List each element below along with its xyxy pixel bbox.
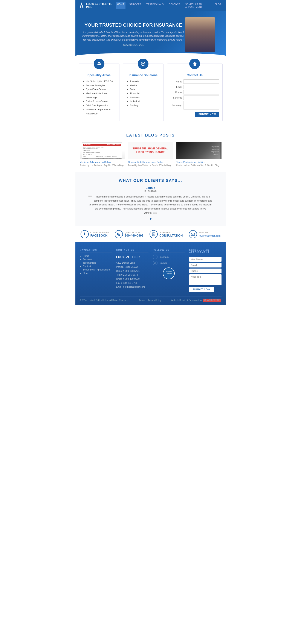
footer-facebook-link[interactable]: f Facebook	[153, 254, 185, 259]
footer-contact-fax: Fax # 800-460-7766	[116, 281, 148, 285]
footer-contact-city: Parker, Texas 75002	[116, 265, 148, 269]
footer-message-input[interactable]	[189, 274, 221, 285]
hero-content: YOUR TRUSTED CHOICE FOR INSURANCE "I org…	[82, 22, 185, 47]
footer-nav-blog[interactable]: Blog	[83, 272, 88, 274]
logo[interactable]: LOUIS J.ZETTLER III, INC.,	[79, 2, 116, 9]
footer-dev: Website Desgin & Developed by CI WEB GRO…	[171, 298, 221, 302]
svg-marker-0	[80, 2, 83, 8]
blog-post-2-meta: Posted by Lou Zettler on Sep 9, 2014 in …	[128, 164, 173, 166]
footer-schedule-col: SCHEDULE AN APPOINTMENT SUBMIT NOW	[189, 249, 221, 292]
footer-nav-home[interactable]: Home	[83, 254, 89, 257]
negligence-words: Negligencenegligencenegligencemillion...	[210, 145, 219, 156]
contact-card: Contact Us Name Email Phone Services	[167, 64, 223, 121]
footer-follow-col: FOLLOW US f Facebook in Linkedin Trusted…	[153, 249, 185, 292]
phone-input[interactable]	[183, 90, 219, 94]
cta-email[interactable]: Email me lou@louzettler.com	[189, 230, 220, 238]
list-item: Business	[130, 96, 160, 100]
footer-privacy-link[interactable]: Privacy Policy	[148, 299, 161, 302]
list-item: Claim & Loss Control	[86, 100, 116, 104]
nav-home[interactable]: HOME	[116, 2, 125, 9]
name-row: Name	[170, 80, 219, 84]
speciality-title: Speciality Areas	[82, 74, 116, 77]
cta-email-link[interactable]: lou@louzettler.com	[199, 234, 220, 237]
blog-post-1-link[interactable]: Medicare Advantage in Dallas	[80, 161, 125, 163]
footer-nav-list: Home Services Testimonials Contact Sched…	[80, 254, 112, 274]
testimonial-company: In The Black	[82, 190, 219, 192]
message-input[interactable]	[183, 101, 219, 110]
clipboard-icon	[150, 230, 158, 238]
footer-submit-button[interactable]: SUBMIT NOW	[189, 287, 214, 292]
cta-consultation[interactable]: Schedule a CONSULTATION	[150, 230, 183, 238]
nav-services[interactable]: SERVICES	[128, 2, 142, 9]
speciality-card: Speciality Areas NonSubscription TX & OK…	[79, 64, 120, 121]
services-row: Services	[170, 96, 219, 100]
trusted-choice-logo: TrustedChoice®	[163, 268, 175, 279]
speciality-list: NonSubscription TX & OK Boomer Strategie…	[82, 80, 116, 116]
list-item: Medicare / Medicare Advantage	[86, 92, 116, 100]
contact-icon	[189, 58, 200, 69]
footer-terms-link[interactable]: Terms	[139, 299, 145, 302]
svg-rect-10	[152, 233, 155, 236]
blog-posts: MEDICAREHEALTH INSURANCE 1-800-MEDICARE …	[80, 142, 221, 166]
cta-bar: Connect with us on FACEBOOK Questions? C…	[75, 226, 226, 242]
footer-name-input[interactable]	[189, 257, 221, 262]
cta-phone[interactable]: Questions? Call 800-460-0999	[115, 230, 143, 238]
footer-nav-services[interactable]: Services	[83, 258, 92, 260]
list-item: Health	[130, 84, 160, 88]
hero-image	[185, 18, 219, 52]
footer-phone-input[interactable]	[189, 268, 221, 273]
testimonials-section: WHAT OUR CLIENTS SAYS... Lana Z In The B…	[75, 172, 226, 226]
cards-section: Speciality Areas NonSubscription TX & OK…	[75, 59, 226, 128]
facebook-icon	[81, 230, 89, 238]
nav-blog[interactable]: BLOG	[213, 2, 223, 9]
footer: NAVIGATION Home Services Testimonials Co…	[75, 242, 226, 305]
footer-contact-col: CONTACT US LOUIS ZETTLER 4202 Donna Lane…	[116, 249, 148, 292]
dot-1[interactable]	[150, 218, 151, 220]
footer-nav-contact[interactable]: Contact	[83, 265, 91, 268]
footer-nav-schedule[interactable]: Schedule An Appointment	[83, 268, 110, 271]
hero-quote: "I organize risk, which is quite differe…	[82, 30, 185, 42]
blog-post-1: MEDICAREHEALTH INSURANCE 1-800-MEDICARE …	[80, 142, 125, 166]
speciality-icon	[94, 58, 104, 69]
blog-title: LATEST BLOG POSTS	[80, 133, 221, 138]
nav-testimonials[interactable]: TESTIMONIALS	[145, 2, 165, 9]
blog-post-3-meta: Posted by Lou Zettler on Sep 5, 2014 in …	[176, 164, 221, 166]
blog-thumb-medicare: MEDICAREHEALTH INSURANCE 1-800-MEDICARE …	[80, 142, 125, 159]
footer-email-input[interactable]	[189, 263, 221, 268]
cta-consultation-value: CONSULTATION	[159, 234, 183, 237]
footer-facebook-label: Facebook	[159, 256, 169, 258]
footer-nav-testimonials[interactable]: Testimonials	[83, 262, 96, 264]
services-input[interactable]	[183, 96, 219, 100]
blog-post-2-link[interactable]: General Liability Insurance Dallas	[128, 161, 173, 163]
email-label: Email	[170, 86, 182, 88]
footer-dev-label: Website Desgin & Developed by	[171, 299, 202, 302]
footer-nav-col: NAVIGATION Home Services Testimonials Co…	[80, 249, 112, 292]
footer-contact-name: LOUIS ZETTLER	[116, 254, 148, 260]
footer-linkedin-link[interactable]: in Linkedin	[153, 260, 185, 265]
list-item: NonSubscription TX & OK	[86, 80, 116, 84]
cta-email-label: Email me	[199, 232, 220, 234]
footer-nav-title: NAVIGATION	[80, 249, 112, 252]
navbar: LOUIS J.ZETTLER III, INC., HOME SERVICES…	[75, 0, 226, 11]
email-input[interactable]	[183, 85, 219, 89]
phone-row: Phone	[170, 90, 219, 94]
list-item: Boomer Strategies	[86, 84, 116, 88]
testimonial-name: Lana Z	[82, 186, 219, 190]
footer-bottom: © 2014, Louis J. Zettler III, Inc. All R…	[80, 296, 221, 302]
insurance-card: Insurance Solutions Property Health Data…	[123, 64, 164, 121]
services-label: Services	[170, 96, 182, 99]
footer-linkedin-label: Linkedin	[159, 262, 168, 264]
cards-row: Speciality Areas NonSubscription TX & OK…	[79, 64, 223, 121]
list-item: Staffing	[130, 104, 160, 108]
list-item: Workers Compensation Nationwide	[86, 108, 116, 116]
svg-point-2	[98, 62, 100, 64]
hero-curve	[75, 53, 226, 59]
list-item: Oil & Gas Exploration	[86, 104, 116, 108]
hero-section: YOUR TRUSTED CHOICE FOR INSURANCE "I org…	[75, 11, 226, 56]
name-input[interactable]	[183, 80, 219, 84]
nav-schedule[interactable]: SCHEDULE AN APPOINTMENT	[184, 2, 211, 9]
nav-contact[interactable]: CONTACT	[168, 2, 181, 9]
contact-submit-button[interactable]: SUBMIT NOW	[195, 112, 219, 117]
blog-post-3-link[interactable]: Texas Professional Liability	[176, 161, 221, 163]
cta-facebook[interactable]: Connect with us on FACEBOOK	[81, 230, 109, 238]
